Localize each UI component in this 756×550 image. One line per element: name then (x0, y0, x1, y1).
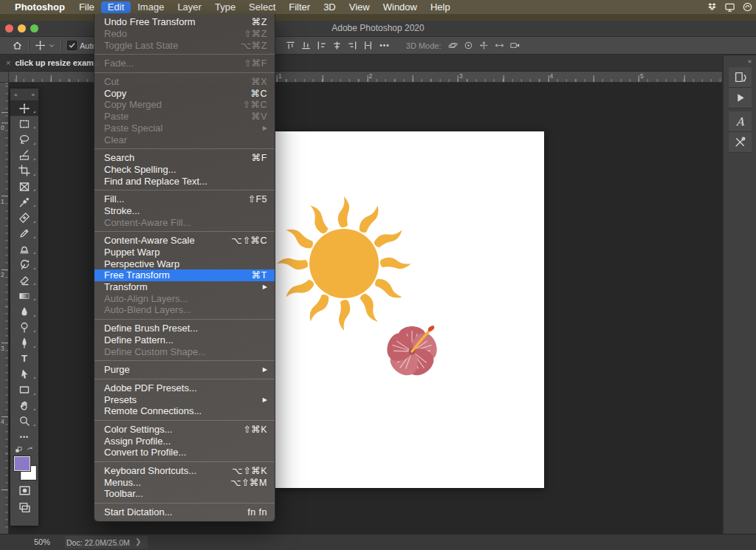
menubar-item-file[interactable]: File (72, 1, 101, 13)
tools-panel-collapse-icon[interactable]: » (32, 92, 35, 98)
orbit-3d-icon[interactable] (447, 40, 458, 51)
menubar-item-layer[interactable]: Layer (171, 1, 208, 13)
status-expand-chevron-icon[interactable]: ❯ (135, 537, 141, 546)
type-tool-icon[interactable]: T (10, 351, 38, 366)
roll-3d-icon[interactable] (463, 40, 474, 51)
menu-separator (94, 461, 275, 462)
chevron-down-icon[interactable] (48, 42, 55, 49)
gradient-icon[interactable] (10, 288, 38, 303)
eyedropper-icon[interactable] (10, 194, 38, 210)
tool-presets-icon-button[interactable] (729, 132, 752, 153)
distribute-right-icon[interactable] (347, 40, 358, 51)
menu-item-assign-profile[interactable]: Assign Profile... (94, 435, 275, 447)
distribute-center-h-icon[interactable] (331, 40, 343, 51)
creative-cloud-icon[interactable] (742, 1, 753, 13)
menu-item-label: Copy Merged (104, 99, 162, 110)
menu-item-undo-free-transform[interactable]: Undo Free Transform⌘Z (94, 16, 275, 28)
history-icon-button[interactable] (729, 67, 752, 88)
menu-item-search[interactable]: Search⌘F (94, 152, 275, 164)
quick-mask-button[interactable] (10, 482, 38, 499)
menu-item-stroke[interactable]: Stroke... (94, 205, 275, 217)
zoom-level-field[interactable]: 50% (34, 537, 50, 546)
healing-brush-icon[interactable] (10, 210, 38, 225)
edit-toolbar-ellipsis-icon[interactable]: ••• (10, 429, 38, 444)
menubar-app-name[interactable]: Photoshop (7, 1, 72, 13)
clone-stamp-icon[interactable] (10, 241, 38, 257)
auto-select-checkbox[interactable] (67, 41, 77, 50)
document-tab[interactable]: click up resize examp (15, 58, 98, 67)
menu-item-check-spelling[interactable]: Check Spelling... (94, 164, 275, 176)
glyphs-icon-button[interactable]: A (729, 111, 752, 132)
screen-mode-button[interactable] (10, 499, 38, 516)
swap-colors-icon[interactable] (26, 446, 34, 454)
move-tool-option-icon[interactable] (35, 40, 46, 51)
eraser-icon[interactable] (10, 272, 38, 288)
menu-item-puppet-warp[interactable]: Puppet Warp (94, 247, 275, 258)
document-canvas[interactable] (275, 131, 544, 488)
distribute-left-icon[interactable] (316, 40, 327, 51)
menu-item-perspective-warp[interactable]: Perspective Warp (94, 258, 275, 269)
menu-item-purge[interactable]: Purge▶ (94, 364, 275, 376)
menu-item-menus[interactable]: Menus...⌥⇧⌘M (94, 476, 275, 488)
move-tool-icon[interactable] (10, 100, 38, 116)
dodge-tool-icon[interactable] (10, 320, 38, 335)
brush-tool-icon[interactable] (10, 226, 38, 241)
menubar-item-3d[interactable]: 3D (317, 1, 343, 13)
pen-tool-icon[interactable] (10, 335, 38, 351)
tab-close-icon[interactable]: × (6, 58, 10, 67)
menu-item-start-dictation[interactable]: Start Dictation...fn fn (94, 506, 275, 518)
menubar-item-select[interactable]: Select (242, 1, 282, 13)
menubar-item-help[interactable]: Help (424, 1, 457, 13)
menu-item-color-settings[interactable]: Color Settings...⇧⌘K (94, 424, 275, 436)
menu-item-find-and-replace-text[interactable]: Find and Replace Text... (94, 175, 275, 187)
menu-item-remote-connections[interactable]: Remote Connections... (94, 405, 275, 417)
menu-item-keyboard-shortcuts[interactable]: Keyboard Shortcuts...⌥⇧⌘K (94, 465, 275, 477)
menubar-item-type[interactable]: Type (208, 1, 242, 13)
foreground-color-swatch[interactable] (14, 456, 30, 471)
menubar-item-window[interactable]: Window (377, 1, 424, 13)
menu-item-presets[interactable]: Presets▶ (94, 393, 275, 405)
hand-tool-icon[interactable] (10, 398, 38, 413)
slide-3d-icon[interactable] (494, 40, 505, 51)
menubar-item-edit[interactable]: Edit (101, 1, 131, 13)
tools-panel-close-icon[interactable]: × (14, 92, 18, 98)
align-top-icon[interactable] (285, 40, 296, 51)
rectangle-tool-icon[interactable] (10, 382, 38, 397)
menu-item-free-transform[interactable]: Free Transform⌘T (94, 269, 275, 281)
object-selection-icon[interactable] (10, 148, 38, 163)
menu-item-copy[interactable]: Copy⌘C (94, 87, 275, 99)
menu-item-adobe-pdf-presets[interactable]: Adobe PDF Presets... (94, 382, 275, 394)
menubar-item-image[interactable]: Image (131, 1, 171, 13)
zoom-tool-icon[interactable] (10, 413, 38, 429)
lasso-icon[interactable] (10, 131, 38, 147)
camera-3d-icon[interactable] (509, 40, 520, 51)
crop-tool-icon[interactable] (10, 163, 38, 179)
rectangular-marquee-icon[interactable] (10, 116, 38, 131)
menu-item-define-pattern[interactable]: Define Pattern... (94, 334, 275, 346)
frame-tool-icon[interactable] (10, 179, 38, 194)
screen-sharing-icon[interactable] (724, 1, 735, 13)
blur-tool-icon[interactable] (10, 303, 38, 319)
menubar-item-filter[interactable]: Filter (282, 1, 317, 13)
menu-item-toolbar[interactable]: Toolbar... (94, 488, 275, 500)
close-window-button[interactable] (5, 24, 13, 32)
menu-item-convert-to-profile[interactable]: Convert to Profile... (94, 447, 275, 458)
menu-item-define-brush-preset[interactable]: Define Brush Preset... (94, 323, 275, 334)
path-selection-icon[interactable] (10, 366, 38, 382)
align-bottom-icon[interactable] (300, 40, 312, 51)
menubar-item-view[interactable]: View (343, 1, 377, 13)
more-options-icon[interactable]: ••• (379, 41, 390, 49)
menu-item-content-aware-scale[interactable]: Content-Aware Scale⌥⇧⌘C (94, 235, 275, 247)
minimize-window-button[interactable] (18, 24, 26, 32)
menu-item-transform[interactable]: Transform▶ (94, 281, 275, 293)
zoom-window-button[interactable] (30, 24, 38, 32)
home-icon[interactable] (12, 40, 23, 51)
actions-play-icon-button[interactable] (729, 88, 752, 109)
distribute-gap-icon[interactable] (362, 40, 374, 51)
dropbox-icon[interactable] (707, 1, 718, 13)
dock-collapse-icon[interactable]: « (748, 58, 752, 65)
history-brush-icon[interactable] (10, 257, 38, 272)
menu-item-fill[interactable]: Fill...⇧F5 (94, 193, 275, 205)
pan-3d-icon[interactable] (478, 40, 489, 51)
default-colors-icon[interactable] (15, 446, 23, 454)
